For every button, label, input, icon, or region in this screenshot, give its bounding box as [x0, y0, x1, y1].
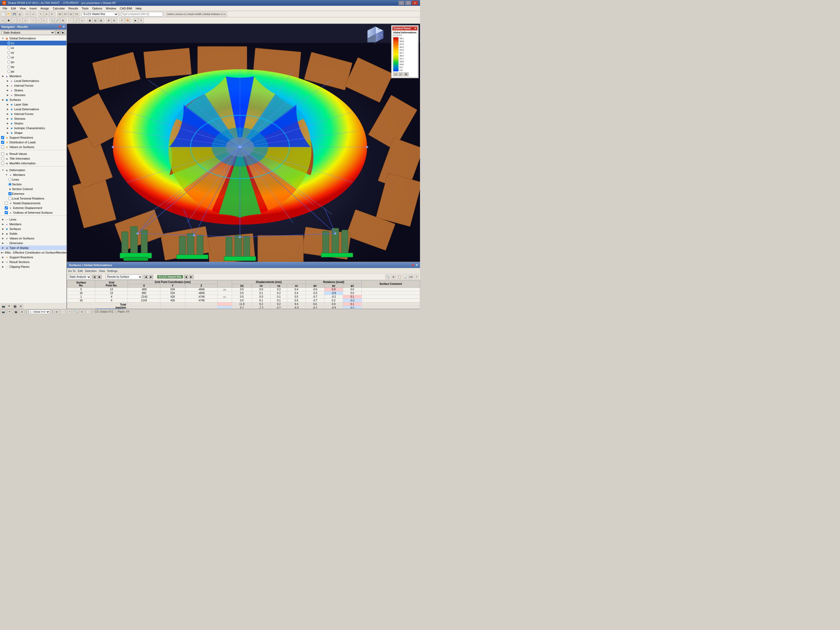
- tab-global-def[interactable]: Global Deformations: [95, 309, 124, 309]
- expand-support-reactions-nav[interactable]: ▶: [1, 256, 5, 259]
- results-goto[interactable]: Go To: [68, 269, 76, 273]
- tab-principal-int-forces[interactable]: Principal Internal Forces: [177, 309, 208, 309]
- search-input[interactable]: [121, 12, 163, 17]
- results-view[interactable]: View: [99, 269, 105, 273]
- expand-surf-shape[interactable]: ▶: [6, 131, 9, 135]
- tb-new[interactable]: 📄: [0, 11, 6, 17]
- nav-surfaces-shape[interactable]: ▶ ◼ Shape: [0, 131, 66, 135]
- results-table-wrapper[interactable]: SurfaceNo. GridPoint No. Grid Point Coor…: [67, 280, 420, 308]
- radio-phiz[interactable]: [7, 70, 11, 73]
- results-edit[interactable]: Edit: [78, 269, 83, 273]
- status-btn-2[interactable]: 👁: [7, 310, 11, 314]
- nav-members-nav[interactable]: ▶ ▲ Members: [0, 222, 66, 227]
- check-nodal-disp[interactable]: [5, 202, 8, 205]
- nav-type-of-display[interactable]: ▶ ▣ Type of display: [0, 245, 66, 250]
- nav-prev-btn[interactable]: ◀: [55, 30, 60, 35]
- status-tb-3[interactable]: ↗: [67, 310, 71, 314]
- tb2-transparent[interactable]: ▧: [98, 18, 103, 23]
- tb2-surface[interactable]: ▭: [79, 18, 85, 23]
- status-tb-4[interactable]: 🔍: [74, 310, 78, 314]
- results-selection[interactable]: Selection: [85, 269, 96, 273]
- results-pin-btn[interactable]: 📌: [411, 264, 414, 267]
- scale-btn-1[interactable]: ◁: [393, 73, 398, 76]
- menu-view[interactable]: View: [18, 6, 28, 11]
- tb2-load-color[interactable]: 🎨: [125, 18, 130, 23]
- results-filter-btn-6[interactable]: ?: [414, 275, 419, 279]
- expand-ribs[interactable]: ▶: [1, 251, 3, 254]
- nav-item-u-abs[interactable]: |u|: [0, 41, 66, 46]
- nav-btn-3[interactable]: 🎬: [13, 304, 17, 309]
- expand-val-surfaces[interactable]: ▶: [1, 237, 5, 240]
- nav-item-phiy[interactable]: φy: [0, 64, 66, 69]
- nav-outlines-deformed[interactable]: ◉ Outlines of Deformed Surfaces: [0, 210, 66, 215]
- check-outlines-deformed[interactable]: [5, 211, 8, 214]
- nav-btn-1[interactable]: 📷: [1, 304, 6, 309]
- results-filter-btn-2[interactable]: ⊞: [391, 275, 396, 279]
- scale-btn-3[interactable]: ⊞: [404, 73, 409, 76]
- menu-assign[interactable]: Assign: [39, 6, 51, 11]
- tb2-wire[interactable]: ▤: [93, 18, 98, 23]
- expand-members-nav[interactable]: ▶: [1, 222, 5, 226]
- expand-surfaces-nav[interactable]: ▶: [1, 227, 5, 231]
- radio-ux[interactable]: [7, 46, 11, 49]
- expand-surf-strains[interactable]: ▶: [6, 122, 9, 125]
- results-settings[interactable]: Settings: [107, 269, 118, 273]
- tb-view-3d[interactable]: 3D: [57, 11, 63, 17]
- expand-type-display[interactable]: ▶: [1, 246, 5, 249]
- expand-clipping-planes[interactable]: ▶: [1, 265, 5, 268]
- nav-solids[interactable]: ▶ ■ Solids: [0, 231, 66, 236]
- nav-surfaces[interactable]: ▶ ◼ Surfaces: [0, 97, 66, 102]
- viewport[interactable]: Z+ Y X +Y Control Panel ✕ Global Deforma…: [67, 24, 420, 309]
- tab-elastic-stress[interactable]: Elastic Stress Components: [283, 309, 317, 309]
- check-support-reactions[interactable]: [1, 136, 4, 139]
- nav-support-reactions-nav[interactable]: ▶ ★ Support Reactions: [0, 255, 66, 260]
- nav-clipping-planes[interactable]: ▶ ⬚ Clipping Planes: [0, 264, 66, 269]
- tb-undo[interactable]: ↩: [25, 11, 30, 17]
- expand-surf-stresses[interactable]: ▶: [6, 117, 9, 120]
- tb-open[interactable]: 📂: [6, 11, 11, 17]
- tb2-result-val[interactable]: #: [138, 18, 144, 23]
- tb2-zoom-in[interactable]: 🔍: [49, 18, 55, 23]
- menu-insert[interactable]: Insert: [28, 6, 38, 11]
- radio-def-section[interactable]: [8, 183, 11, 186]
- check-local-torsional[interactable]: [8, 197, 11, 200]
- status-tb-1[interactable]: ⊞: [55, 310, 59, 314]
- tb2-3[interactable]: ○: [11, 18, 17, 23]
- tab-principal-stresses[interactable]: Principal Stresses: [259, 309, 283, 309]
- nav-dist-loads[interactable]: ★ Distribution of Loads: [0, 140, 66, 145]
- filter-next-1[interactable]: ▶: [97, 275, 102, 279]
- status-tb-2[interactable]: ↑: [61, 310, 65, 314]
- expand-lines[interactable]: ▶: [1, 218, 5, 221]
- check-extreme-disp[interactable]: [5, 206, 8, 210]
- nav-item-phiz[interactable]: φz: [0, 69, 66, 74]
- results-close-btn[interactable]: ✕: [415, 264, 418, 267]
- tb2-6[interactable]: ↕: [30, 18, 36, 23]
- menu-results[interactable]: Results: [67, 6, 80, 11]
- nav-members-int-forces[interactable]: ▶ ▲ Internal Forces: [0, 83, 66, 88]
- tb-move[interactable]: ✛: [44, 11, 49, 17]
- expand-deformation[interactable]: ▼: [1, 168, 5, 172]
- tb-online-help[interactable]: Online License A2 | Martin Motlík | Dlub…: [166, 11, 227, 17]
- filter-next-2[interactable]: ▶: [149, 275, 153, 279]
- expand-global-def[interactable]: ▼: [1, 36, 5, 40]
- tb2-line[interactable]: ╱: [74, 18, 79, 23]
- filter-prev-1[interactable]: ◀: [92, 275, 96, 279]
- results-filter-left[interactable]: Static Analysis: [68, 275, 91, 279]
- expand-surf-iso[interactable]: ▶: [6, 126, 9, 130]
- expand-section-colored[interactable]: ▶: [8, 187, 12, 191]
- nav-val-surfaces-nav[interactable]: ▶ ◉ Values on Surfaces: [0, 236, 66, 241]
- close-button[interactable]: ✕: [412, 1, 418, 5]
- expand-strains[interactable]: ▶: [6, 88, 9, 92]
- expand-members[interactable]: ▶: [1, 74, 5, 78]
- nav-next-btn[interactable]: ▶: [61, 30, 65, 35]
- tb2-2[interactable]: ⬢: [6, 18, 11, 23]
- nav-ribs[interactable]: ▶ ≡ Ribs - Effective Contribution on Sur…: [0, 250, 66, 255]
- tb-view-xz[interactable]: XZ: [68, 11, 74, 17]
- radio-phix[interactable]: [7, 60, 11, 63]
- tab-design-int-forces[interactable]: Design Internal Forces: [208, 309, 238, 309]
- status-tb-5[interactable]: ⊕: [80, 310, 84, 314]
- tb2-render[interactable]: ▣: [87, 18, 92, 23]
- tab-basic-int-forces[interactable]: Basic Internal Forces: [150, 309, 178, 309]
- filter-prev-3[interactable]: ◀: [184, 275, 188, 279]
- menu-calculate[interactable]: Calculate: [51, 6, 66, 11]
